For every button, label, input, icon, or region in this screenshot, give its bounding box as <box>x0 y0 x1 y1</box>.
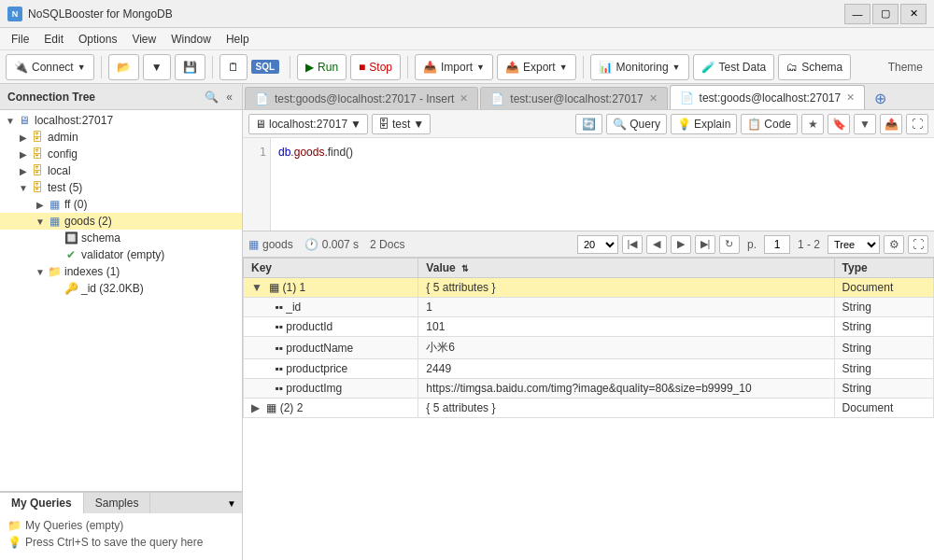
star-icon[interactable]: ★ <box>801 114 824 134</box>
code-content[interactable]: db.goods.find() <box>271 138 934 231</box>
table-row-1-productimg[interactable]: ▪▪ productImg https://timgsa.baidu.com/t… <box>244 379 934 399</box>
expand-arrow-config[interactable]: ▶ <box>17 149 30 160</box>
expand-arrow-ff[interactable]: ▶ <box>34 200 47 210</box>
maximize-button[interactable]: ▢ <box>872 4 899 24</box>
sort-icon: ⇅ <box>461 264 469 273</box>
my-queries-item[interactable]: 📁 My Queries (empty) <box>7 517 234 534</box>
expand-arrow-admin[interactable]: ▶ <box>17 133 30 143</box>
open-file-button[interactable]: 📂 <box>108 54 139 80</box>
row-2-key: ▶ ▦ (2) 2 <box>244 399 418 418</box>
query-button[interactable]: 🔍 Query <box>606 114 667 134</box>
share-icon[interactable]: 📤 <box>880 114 902 134</box>
tree-item-ff[interactable]: ▶ ▦ ff (0) <box>0 196 242 213</box>
tree-item-id-index[interactable]: 🔑 _id (32.0KB) <box>0 280 242 297</box>
new-tab-button[interactable]: 🗒 <box>219 54 248 80</box>
expand-arrow-goods[interactable]: ▼ <box>34 217 47 227</box>
expand-arrow-2[interactable]: ▶ <box>251 401 260 414</box>
collapse-arrow-1[interactable]: ▼ <box>251 281 262 294</box>
view-mode-select[interactable]: Tree JSON Table <box>828 235 880 254</box>
dropdown-icon[interactable]: ▼ <box>854 114 876 134</box>
import-arrow-icon: ▼ <box>476 63 485 72</box>
refresh-results-button[interactable]: ↻ <box>719 235 740 254</box>
tree-item-validator[interactable]: ✔ validator (empty) <box>0 246 242 263</box>
tab-user[interactable]: 📄 test:user@localhost:27017 ✕ <box>480 87 667 109</box>
prev-page-button[interactable]: ◀ <box>646 235 667 254</box>
schema-button[interactable]: 🗂 Schema <box>778 54 851 80</box>
export-results-icon[interactable]: ⛶ <box>908 235 928 254</box>
db-icon-admin: 🗄 <box>30 130 45 145</box>
menu-window[interactable]: Window <box>163 31 219 48</box>
menu-options[interactable]: Options <box>71 31 124 48</box>
code-icon: 📋 <box>747 118 761 131</box>
export-button[interactable]: 📤 Export ▼ <box>497 54 576 80</box>
connect-button[interactable]: 🔌 Connect ▼ <box>6 54 94 80</box>
table-row-1[interactable]: ▼ ▦ (1) 1 { 5 attributes } Document <box>244 278 934 298</box>
menu-help[interactable]: Help <box>219 31 257 48</box>
export-icon: 📤 <box>505 61 519 74</box>
expand-arrow-local[interactable]: ▶ <box>17 166 30 176</box>
save-button[interactable]: 💾 <box>175 54 205 80</box>
stop-button[interactable]: ■ Stop <box>350 54 401 80</box>
table-row-1-productprice[interactable]: ▪▪ productprice 2449 String <box>244 359 934 379</box>
import-button[interactable]: 📥 Import ▼ <box>415 54 493 80</box>
tab-close-goods[interactable]: ✕ <box>846 91 855 104</box>
title-bar: N NoSQLBooster for MongoDB — ▢ ✕ <box>0 0 934 28</box>
run-button[interactable]: ▶ Run <box>297 54 347 80</box>
tab-close-user[interactable]: ✕ <box>649 92 658 105</box>
server-selector[interactable]: 🖥 localhost:27017 ▼ <box>248 114 368 134</box>
collapse-icon[interactable]: « <box>224 89 234 105</box>
tab-goods[interactable]: 📄 test:goods@localhost:27017 ✕ <box>670 85 866 109</box>
tab-insert[interactable]: 📄 test:goods@localhost:27017 - Insert ✕ <box>245 87 478 109</box>
limit-select[interactable]: 20 50 100 <box>577 235 618 254</box>
tree-item-admin[interactable]: ▶ 🗄 admin <box>0 129 242 146</box>
test-data-button[interactable]: 🧪 Test Data <box>693 54 775 80</box>
tab-my-queries[interactable]: My Queries <box>0 493 84 513</box>
expand-editor-icon[interactable]: ⛶ <box>906 114 928 134</box>
tree-item-goods[interactable]: ▼ ▦ goods (2) <box>0 213 242 230</box>
tab-close-insert[interactable]: ✕ <box>460 92 468 105</box>
field-icon-productid: ▪▪ <box>275 320 283 333</box>
table-row-1-productid[interactable]: ▪▪ productId 101 String <box>244 317 934 337</box>
code-button[interactable]: 📋 Code <box>741 114 798 134</box>
folder-icon: 📁 <box>7 519 21 532</box>
first-page-button[interactable]: |◀ <box>622 235 643 254</box>
expand-arrow-test[interactable]: ▼ <box>17 183 30 193</box>
expand-arrow-localhost[interactable]: ▼ <box>4 116 17 126</box>
monitoring-button[interactable]: 📊 Monitoring ▼ <box>590 54 689 80</box>
connection-tree-title: Connection Tree <box>7 91 95 104</box>
menu-view[interactable]: View <box>124 31 163 48</box>
menu-file[interactable]: File <box>4 31 36 48</box>
page-input[interactable] <box>764 235 790 254</box>
table-row-1-id[interactable]: ▪▪ _id 1 String <box>244 298 934 317</box>
minimize-button[interactable]: — <box>844 4 870 24</box>
next-page-button[interactable]: ▶ <box>671 235 691 254</box>
code-editor[interactable]: 1 db.goods.find() <box>243 138 934 231</box>
explain-button[interactable]: 💡 Explain <box>671 114 737 134</box>
open-dropdown-button[interactable]: ▼ <box>143 54 171 80</box>
last-page-button[interactable]: ▶| <box>695 235 715 254</box>
tree-item-local[interactable]: ▶ 🗄 local <box>0 162 242 179</box>
add-tab-button[interactable]: ⊕ <box>867 88 894 109</box>
tree-item-schema[interactable]: 🔲 schema <box>0 230 242 246</box>
tree-item-test[interactable]: ▼ 🗄 test (5) <box>0 179 242 196</box>
table-row-2[interactable]: ▶ ▦ (2) 2 { 5 attributes } Document <box>244 399 934 418</box>
sidebar-header-actions: 🔍 « <box>203 89 234 105</box>
separator-3 <box>290 56 290 78</box>
tree-label-local: local <box>48 164 71 177</box>
tree-item-config[interactable]: ▶ 🗄 config <box>0 146 242 162</box>
tree-item-indexes[interactable]: ▼ 📁 indexes (1) <box>0 263 242 280</box>
db-selector[interactable]: 🗄 test ▼ <box>372 114 431 134</box>
close-button[interactable]: ✕ <box>900 4 927 24</box>
sidebar-tab-arrow[interactable]: ▼ <box>221 493 242 513</box>
tree-item-localhost[interactable]: ▼ 🖥 localhost:27017 <box>0 112 242 129</box>
refresh-button[interactable]: 🔄 <box>575 114 602 134</box>
bookmark-icon[interactable]: 🔖 <box>828 114 850 134</box>
settings-icon[interactable]: ⚙ <box>884 235 904 254</box>
search-icon[interactable]: 🔍 <box>203 89 220 105</box>
results-collection: goods <box>262 238 293 251</box>
expand-arrow-indexes[interactable]: ▼ <box>34 267 47 277</box>
table-row-1-productname[interactable]: ▪▪ productName 小米6 String <box>244 337 934 359</box>
row-productprice-type: String <box>834 359 933 379</box>
tab-samples[interactable]: Samples <box>84 493 151 513</box>
menu-edit[interactable]: Edit <box>36 31 71 48</box>
